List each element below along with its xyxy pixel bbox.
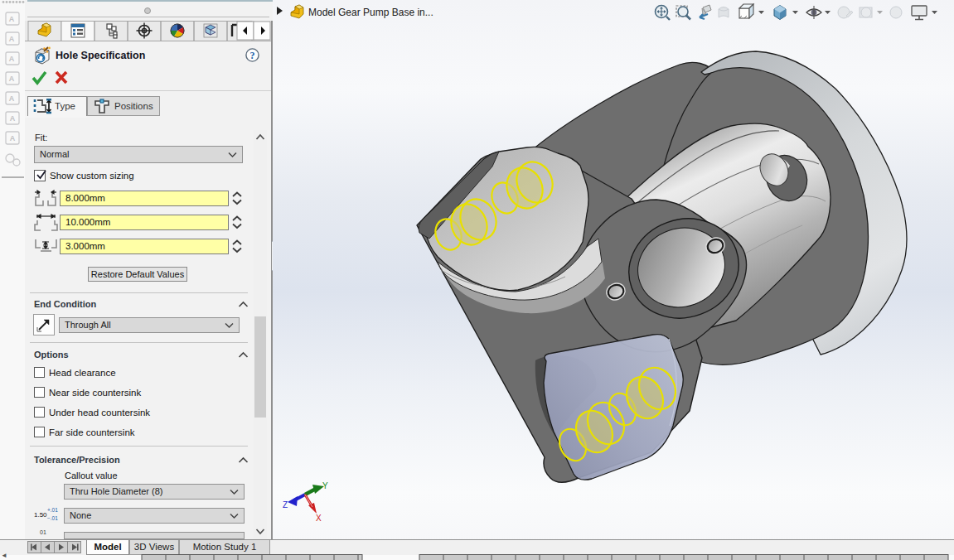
svg-text:Model Gear Pump Base in...: Model Gear Pump Base in... [308,7,433,18]
svg-text:X: X [316,514,322,523]
svg-text:Z: Z [283,500,288,509]
svg-text:A: A [9,94,15,103]
svg-text:A: A [9,75,15,83]
svg-text:Y: Y [322,481,328,490]
svg-text:A: A [10,134,16,142]
svg-text:A: A [10,114,16,123]
svg-text:?: ? [250,50,255,61]
svg-text:A: A [9,15,15,23]
svg-text:A: A [9,55,15,63]
svg-text:A: A [9,35,15,43]
